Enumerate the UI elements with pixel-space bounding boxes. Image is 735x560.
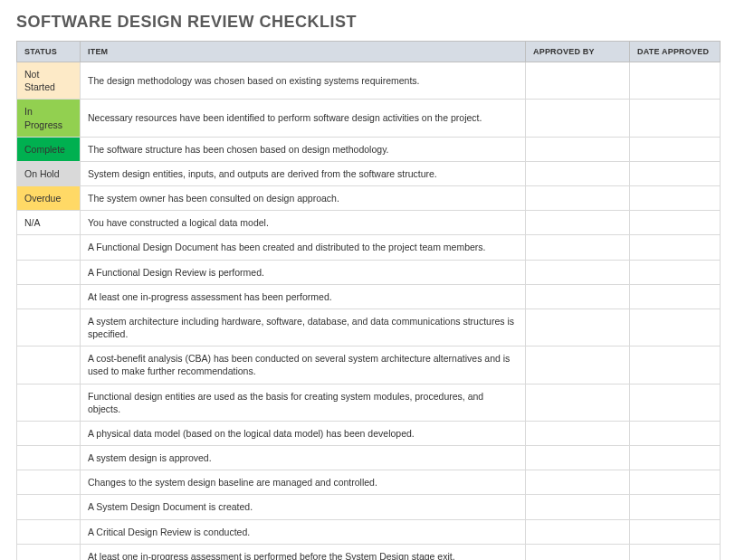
item-cell: A Functional Design Review is performed. (81, 260, 526, 284)
approved-by-cell[interactable] (526, 470, 630, 495)
approved-by-cell[interactable] (526, 284, 630, 308)
item-cell: A system architecture including hardware… (81, 308, 526, 346)
status-cell[interactable]: N/A (17, 211, 81, 235)
status-cell[interactable] (17, 260, 81, 284)
status-cell[interactable] (17, 470, 81, 495)
item-cell: At least one in-progress assessment is p… (81, 544, 526, 560)
item-cell: Necessary resources have been identified… (81, 100, 526, 137)
col-header-approved-by: APPROVED BY (526, 42, 630, 62)
date-approved-cell[interactable] (630, 495, 721, 519)
table-row: CompleteThe software structure has been … (17, 137, 721, 161)
approved-by-cell[interactable] (526, 186, 630, 211)
date-approved-cell[interactable] (630, 446, 721, 470)
approved-by-cell[interactable] (526, 100, 630, 137)
col-header-item: ITEM (81, 42, 526, 62)
table-row: A Critical Design Review is conducted. (17, 519, 721, 544)
date-approved-cell[interactable] (630, 211, 721, 235)
status-cell[interactable]: Overdue (17, 186, 81, 211)
item-cell: At least one in-progress assessment has … (81, 284, 526, 308)
table-row: A Functional Design Review is performed. (17, 260, 721, 284)
date-approved-cell[interactable] (630, 284, 721, 308)
status-cell[interactable]: In Progress (17, 100, 81, 137)
item-cell: You have constructed a logical data mode… (81, 211, 526, 235)
status-cell[interactable] (17, 284, 81, 308)
item-cell: The design methodology was chosen based … (81, 62, 526, 100)
status-cell[interactable] (17, 446, 81, 470)
date-approved-cell[interactable] (630, 544, 721, 560)
status-cell[interactable] (17, 495, 81, 519)
approved-by-cell[interactable] (526, 519, 630, 544)
approved-by-cell[interactable] (526, 161, 630, 185)
table-row: In ProgressNecessary resources have been… (17, 100, 721, 137)
approved-by-cell[interactable] (526, 62, 630, 100)
approved-by-cell[interactable] (526, 346, 630, 384)
item-cell: A Functional Design Document has been cr… (81, 235, 526, 260)
date-approved-cell[interactable] (630, 186, 721, 211)
date-approved-cell[interactable] (630, 260, 721, 284)
date-approved-cell[interactable] (630, 235, 721, 260)
item-cell: System design entities, inputs, and outp… (81, 161, 526, 185)
table-row: At least one in-progress assessment is p… (17, 544, 721, 560)
item-cell: Functional design entities are used as t… (81, 384, 526, 421)
item-cell: The software structure has been chosen b… (81, 137, 526, 161)
date-approved-cell[interactable] (630, 137, 721, 161)
col-header-date-approved: DATE APPROVED (630, 42, 721, 62)
table-row: A System Design Document is created. (17, 495, 721, 519)
approved-by-cell[interactable] (526, 544, 630, 560)
status-cell[interactable]: Complete (17, 137, 81, 161)
status-cell[interactable]: On Hold (17, 161, 81, 185)
table-row: OverdueThe system owner has been consult… (17, 186, 721, 211)
approved-by-cell[interactable] (526, 308, 630, 346)
approved-by-cell[interactable] (526, 137, 630, 161)
table-header-row: STATUS ITEM APPROVED BY DATE APPROVED (17, 42, 721, 62)
checklist-body: Not StartedThe design methodology was ch… (17, 62, 721, 561)
approved-by-cell[interactable] (526, 235, 630, 260)
checklist-table: STATUS ITEM APPROVED BY DATE APPROVED No… (16, 41, 721, 560)
date-approved-cell[interactable] (630, 308, 721, 346)
status-cell[interactable] (17, 384, 81, 421)
col-header-status: STATUS (17, 42, 81, 62)
approved-by-cell[interactable] (526, 260, 630, 284)
table-row: A system architecture including hardware… (17, 308, 721, 346)
table-row: Not StartedThe design methodology was ch… (17, 62, 721, 100)
status-cell[interactable] (17, 235, 81, 260)
date-approved-cell[interactable] (630, 470, 721, 495)
table-row: On HoldSystem design entities, inputs, a… (17, 161, 721, 185)
approved-by-cell[interactable] (526, 211, 630, 235)
item-cell: Changes to the system design baseline ar… (81, 470, 526, 495)
status-cell[interactable] (17, 544, 81, 560)
approved-by-cell[interactable] (526, 446, 630, 470)
item-cell: A physical data model (based on the logi… (81, 421, 526, 445)
date-approved-cell[interactable] (630, 346, 721, 384)
table-row: A Functional Design Document has been cr… (17, 235, 721, 260)
status-cell[interactable] (17, 346, 81, 384)
item-cell: A cost-benefit analysis (CBA) has been c… (81, 346, 526, 384)
status-cell[interactable] (17, 308, 81, 346)
status-cell[interactable]: Not Started (17, 62, 81, 100)
item-cell: A System Design Document is created. (81, 495, 526, 519)
approved-by-cell[interactable] (526, 384, 630, 421)
status-cell[interactable] (17, 519, 81, 544)
table-row: A physical data model (based on the logi… (17, 421, 721, 445)
item-cell: A Critical Design Review is conducted. (81, 519, 526, 544)
date-approved-cell[interactable] (630, 519, 721, 544)
approved-by-cell[interactable] (526, 495, 630, 519)
table-row: A cost-benefit analysis (CBA) has been c… (17, 346, 721, 384)
item-cell: The system owner has been consulted on d… (81, 186, 526, 211)
date-approved-cell[interactable] (630, 161, 721, 185)
status-cell[interactable] (17, 421, 81, 445)
date-approved-cell[interactable] (630, 421, 721, 445)
date-approved-cell[interactable] (630, 384, 721, 421)
page-title: SOFTWARE DESIGN REVIEW CHECKLIST (16, 13, 719, 32)
table-row: Functional design entities are used as t… (17, 384, 721, 421)
table-row: At least one in-progress assessment has … (17, 284, 721, 308)
approved-by-cell[interactable] (526, 421, 630, 445)
table-row: N/AYou have constructed a logical data m… (17, 211, 721, 235)
table-row: Changes to the system design baseline ar… (17, 470, 721, 495)
date-approved-cell[interactable] (630, 100, 721, 137)
date-approved-cell[interactable] (630, 62, 721, 100)
item-cell: A system design is approved. (81, 446, 526, 470)
table-row: A system design is approved. (17, 446, 721, 470)
